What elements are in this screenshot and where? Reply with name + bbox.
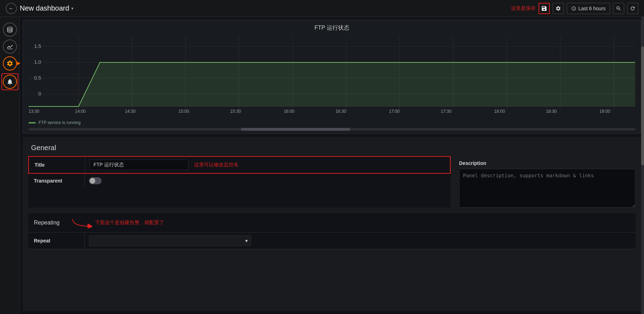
settings-button[interactable] (553, 3, 564, 14)
transparent-field-value (85, 174, 451, 188)
sidebar-item-visualization[interactable] (3, 39, 17, 54)
sidebar-item-alert[interactable] (3, 75, 17, 89)
title-field-label: Title (29, 157, 85, 173)
chart-title: FTP 运行状态 (23, 20, 641, 36)
legend-color-indicator (29, 122, 36, 123)
svg-text:1.0: 1.0 (34, 59, 41, 65)
repeating-section: Repeating 下面这个是创建告警，就配置了 (28, 213, 636, 249)
bell-icon (6, 78, 13, 85)
title-input[interactable] (90, 160, 188, 170)
svg-text:17:30: 17:30 (441, 109, 452, 113)
repeating-annotation-text: 下面这个是创建告警，就配置了 (95, 220, 164, 226)
transparent-field-label: Transparent (28, 174, 85, 188)
chart-svg: 1.5 1.0 0.5 0 13:30 14:00 14:30 15:00 15… (29, 36, 635, 113)
refresh-button[interactable] (627, 3, 638, 14)
svg-text:1.5: 1.5 (34, 43, 41, 49)
time-range-label: Last 6 hours (578, 6, 606, 11)
svg-text:18:30: 18:30 (546, 109, 557, 113)
svg-marker-21 (29, 62, 635, 106)
right-form: Description (459, 156, 636, 208)
svg-text:15:00: 15:00 (179, 109, 189, 113)
svg-text:19:00: 19:00 (600, 109, 610, 113)
transform-gear-icon (6, 60, 13, 67)
save-icon (541, 5, 547, 12)
main-content: FTP 运行状态 (0, 17, 644, 314)
search-icon (616, 6, 621, 11)
toggle-knob (90, 178, 95, 184)
sidebar-item-transform[interactable] (3, 56, 17, 70)
settings-form: Title 这里可以修改监控名 Transparent (28, 156, 636, 208)
save-annotation-label: 这里是保存 (511, 5, 536, 12)
chart-legend-label: FTP service is running (38, 120, 80, 125)
repeating-annotation: 下面这个是创建告警，就配置了 (71, 217, 164, 228)
chart-area: 1.5 1.0 0.5 0 13:30 14:00 14:30 15:00 15… (23, 36, 641, 117)
svg-text:18:00: 18:00 (494, 109, 505, 113)
repeat-select[interactable] (89, 235, 251, 246)
sidebar-item-datasource[interactable] (3, 23, 17, 37)
svg-text:14:00: 14:00 (75, 109, 86, 113)
right-scrollbar[interactable] (641, 17, 644, 314)
chart-icon (6, 43, 13, 50)
repeat-field-label: Repeat (28, 234, 85, 248)
content-area: FTP 运行状态 (20, 17, 644, 314)
back-button[interactable]: ← (6, 3, 17, 14)
transparent-form-row: Transparent (28, 174, 451, 188)
gear-icon (555, 6, 561, 11)
topbar: ← New dashboard ▾ 这里是保存 Last 6 hours (0, 0, 644, 17)
back-icon: ← (8, 5, 14, 12)
topbar-right: 这里是保存 Last 6 hours (511, 3, 638, 14)
title-form-row: Title 这里可以修改监控名 (28, 156, 451, 174)
repeating-header: Repeating 下面这个是创建告警，就配置了 (28, 213, 636, 233)
svg-text:16:00: 16:00 (284, 109, 295, 113)
svg-text:15:30: 15:30 (230, 109, 241, 113)
save-button[interactable] (538, 3, 550, 14)
right-scrollbar-thumb[interactable] (641, 47, 644, 165)
svg-text:0: 0 (38, 91, 41, 97)
topbar-left: ← New dashboard ▾ (6, 3, 508, 14)
refresh-icon (630, 6, 636, 11)
repeat-form-row: Repeat (28, 233, 636, 249)
sidebar (0, 17, 20, 314)
svg-text:13:30: 13:30 (29, 109, 40, 113)
title-field-value: 这里可以修改监控名 (85, 157, 450, 173)
chevron-down-icon: ▾ (71, 6, 73, 11)
left-form: Title 这里可以修改监控名 Transparent (28, 156, 451, 208)
repeating-title: Repeating (34, 220, 60, 226)
active-arrow-icon (17, 62, 20, 65)
settings-panel: General Title 这里可以修改监控名 Transpare (23, 137, 641, 311)
time-range-button[interactable]: Last 6 hours (567, 3, 610, 14)
svg-text:16:30: 16:30 (336, 109, 347, 113)
search-button[interactable] (613, 3, 624, 14)
settings-section-title: General (23, 137, 641, 156)
chart-scrollbar[interactable] (29, 128, 635, 131)
svg-point-0 (7, 27, 12, 29)
dashboard-title[interactable]: New dashboard ▾ (20, 4, 73, 12)
chart-legend: FTP service is running (23, 117, 641, 128)
svg-text:14:30: 14:30 (125, 109, 136, 113)
description-textarea[interactable] (459, 169, 636, 208)
svg-text:17:00: 17:00 (389, 109, 400, 113)
svg-text:0.5: 0.5 (34, 75, 41, 81)
chart-panel: FTP 运行状态 (23, 20, 641, 134)
chart-scrollbar-thumb[interactable] (241, 128, 350, 131)
dashboard-name-label: New dashboard (20, 4, 69, 12)
annotation-arrow-icon (71, 217, 92, 228)
repeat-select-wrapper (89, 235, 251, 246)
repeat-select-wrap (85, 233, 636, 249)
clock-icon (571, 6, 576, 11)
database-icon (6, 26, 13, 33)
description-field-label: Description (459, 156, 636, 169)
title-annotation-label: 这里可以修改监控名 (194, 162, 239, 168)
transparent-toggle[interactable] (89, 177, 102, 184)
